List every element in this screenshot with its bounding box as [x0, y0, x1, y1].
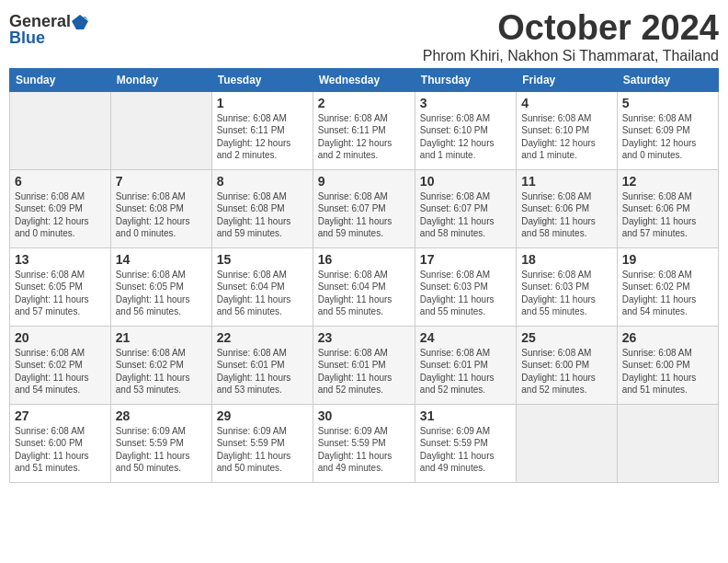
- day-info: Sunrise: 6:08 AM Sunset: 6:09 PM Dayligh…: [622, 112, 713, 162]
- calendar-cell: 14Sunrise: 6:08 AM Sunset: 6:05 PM Dayli…: [110, 247, 211, 326]
- calendar-cell: 29Sunrise: 6:09 AM Sunset: 5:59 PM Dayli…: [211, 404, 313, 482]
- calendar-cell: 26Sunrise: 6:08 AM Sunset: 6:00 PM Dayli…: [617, 326, 718, 404]
- day-info: Sunrise: 6:08 AM Sunset: 6:04 PM Dayligh…: [217, 269, 308, 318]
- calendar-header-row: SundayMondayTuesdayWednesdayThursdayFrid…: [10, 68, 719, 91]
- day-number: 29: [217, 408, 308, 423]
- day-number: 28: [116, 408, 207, 423]
- day-info: Sunrise: 6:08 AM Sunset: 6:00 PM Dayligh…: [622, 347, 713, 396]
- calendar-table: SundayMondayTuesdayWednesdayThursdayFrid…: [9, 68, 719, 483]
- calendar-week-row: 1Sunrise: 6:08 AM Sunset: 6:11 PM Daylig…: [10, 91, 719, 169]
- day-info: Sunrise: 6:08 AM Sunset: 6:02 PM Dayligh…: [622, 269, 713, 318]
- day-info: Sunrise: 6:08 AM Sunset: 6:05 PM Dayligh…: [15, 269, 106, 318]
- day-number: 16: [318, 252, 410, 267]
- column-header-friday: Friday: [517, 68, 617, 91]
- day-info: Sunrise: 6:08 AM Sunset: 6:03 PM Dayligh…: [420, 269, 511, 318]
- day-info: Sunrise: 6:08 AM Sunset: 6:02 PM Dayligh…: [116, 347, 207, 396]
- calendar-week-row: 27Sunrise: 6:08 AM Sunset: 6:00 PM Dayli…: [10, 404, 719, 482]
- main-title: October 2024: [423, 9, 719, 48]
- day-number: 19: [622, 252, 713, 267]
- day-info: Sunrise: 6:08 AM Sunset: 6:08 PM Dayligh…: [217, 190, 308, 240]
- day-number: 26: [622, 330, 713, 345]
- day-info: Sunrise: 6:08 AM Sunset: 6:05 PM Dayligh…: [116, 269, 207, 318]
- day-info: Sunrise: 6:09 AM Sunset: 5:59 PM Dayligh…: [217, 425, 308, 475]
- calendar-week-row: 13Sunrise: 6:08 AM Sunset: 6:05 PM Dayli…: [10, 247, 719, 326]
- calendar-cell: 20Sunrise: 6:08 AM Sunset: 6:02 PM Dayli…: [10, 326, 111, 404]
- calendar-cell: 9Sunrise: 6:08 AM Sunset: 6:07 PM Daylig…: [313, 169, 415, 247]
- day-number: 2: [318, 96, 410, 110]
- page-header: General Blue October 2024 Phrom Khiri, N…: [9, 9, 719, 64]
- day-info: Sunrise: 6:08 AM Sunset: 6:03 PM Dayligh…: [521, 269, 611, 318]
- calendar-cell: 13Sunrise: 6:08 AM Sunset: 6:05 PM Dayli…: [10, 247, 111, 326]
- calendar-cell: 16Sunrise: 6:08 AM Sunset: 6:04 PM Dayli…: [313, 247, 415, 326]
- day-number: 24: [420, 330, 511, 345]
- day-number: 23: [318, 330, 410, 345]
- day-number: 15: [217, 252, 308, 267]
- calendar-cell: 30Sunrise: 6:09 AM Sunset: 5:59 PM Dayli…: [313, 404, 415, 482]
- day-info: Sunrise: 6:08 AM Sunset: 6:06 PM Dayligh…: [622, 190, 713, 240]
- calendar-cell: 18Sunrise: 6:08 AM Sunset: 6:03 PM Dayli…: [517, 247, 617, 326]
- calendar-cell: 31Sunrise: 6:09 AM Sunset: 5:59 PM Dayli…: [415, 404, 516, 482]
- day-number: 22: [217, 330, 308, 345]
- day-number: 1: [217, 96, 308, 110]
- day-number: 21: [116, 330, 207, 345]
- logo-blue-text: Blue: [9, 29, 45, 46]
- calendar-cell: 19Sunrise: 6:08 AM Sunset: 6:02 PM Dayli…: [617, 247, 718, 326]
- day-info: Sunrise: 6:09 AM Sunset: 5:59 PM Dayligh…: [318, 425, 410, 475]
- subtitle: Phrom Khiri, Nakhon Si Thammarat, Thaila…: [423, 48, 719, 64]
- day-number: 5: [622, 96, 713, 110]
- day-number: 8: [217, 174, 308, 189]
- day-number: 11: [521, 174, 611, 189]
- calendar-cell: 25Sunrise: 6:08 AM Sunset: 6:00 PM Dayli…: [517, 326, 617, 404]
- calendar-cell: 1Sunrise: 6:08 AM Sunset: 6:11 PM Daylig…: [211, 91, 313, 169]
- day-info: Sunrise: 6:08 AM Sunset: 6:09 PM Dayligh…: [15, 190, 106, 240]
- calendar-cell: 27Sunrise: 6:08 AM Sunset: 6:00 PM Dayli…: [10, 404, 111, 482]
- day-number: 12: [622, 174, 713, 189]
- day-info: Sunrise: 6:08 AM Sunset: 6:01 PM Dayligh…: [318, 347, 410, 396]
- day-number: 9: [318, 174, 410, 189]
- calendar-cell: 8Sunrise: 6:08 AM Sunset: 6:08 PM Daylig…: [211, 169, 313, 247]
- calendar-cell: 23Sunrise: 6:08 AM Sunset: 6:01 PM Dayli…: [313, 326, 415, 404]
- logo-general-text: General: [9, 13, 71, 29]
- day-number: 3: [420, 96, 511, 110]
- day-info: Sunrise: 6:08 AM Sunset: 6:01 PM Dayligh…: [420, 347, 511, 396]
- day-info: Sunrise: 6:09 AM Sunset: 5:59 PM Dayligh…: [116, 425, 207, 475]
- calendar-cell: 24Sunrise: 6:08 AM Sunset: 6:01 PM Dayli…: [415, 326, 516, 404]
- column-header-monday: Monday: [110, 68, 211, 91]
- calendar-cell: [617, 404, 718, 482]
- day-number: 18: [521, 252, 611, 267]
- day-info: Sunrise: 6:08 AM Sunset: 6:08 PM Dayligh…: [116, 190, 207, 240]
- day-number: 27: [15, 408, 106, 423]
- day-info: Sunrise: 6:08 AM Sunset: 6:11 PM Dayligh…: [318, 112, 410, 162]
- calendar-week-row: 6Sunrise: 6:08 AM Sunset: 6:09 PM Daylig…: [10, 169, 719, 247]
- calendar-cell: 15Sunrise: 6:08 AM Sunset: 6:04 PM Dayli…: [211, 247, 313, 326]
- calendar-cell: 3Sunrise: 6:08 AM Sunset: 6:10 PM Daylig…: [415, 91, 516, 169]
- calendar-cell: 6Sunrise: 6:08 AM Sunset: 6:09 PM Daylig…: [10, 169, 111, 247]
- calendar-cell: 4Sunrise: 6:08 AM Sunset: 6:10 PM Daylig…: [517, 91, 617, 169]
- day-info: Sunrise: 6:08 AM Sunset: 6:00 PM Dayligh…: [521, 347, 611, 396]
- day-info: Sunrise: 6:08 AM Sunset: 6:10 PM Dayligh…: [521, 112, 611, 162]
- calendar-cell: 5Sunrise: 6:08 AM Sunset: 6:09 PM Daylig…: [617, 91, 718, 169]
- day-info: Sunrise: 6:09 AM Sunset: 5:59 PM Dayligh…: [420, 425, 511, 475]
- day-info: Sunrise: 6:08 AM Sunset: 6:06 PM Dayligh…: [521, 190, 611, 240]
- day-number: 25: [521, 330, 611, 345]
- calendar-cell: [110, 91, 211, 169]
- day-number: 30: [318, 408, 410, 423]
- calendar-cell: 11Sunrise: 6:08 AM Sunset: 6:06 PM Dayli…: [517, 169, 617, 247]
- svg-marker-0: [72, 15, 88, 29]
- calendar-week-row: 20Sunrise: 6:08 AM Sunset: 6:02 PM Dayli…: [10, 326, 719, 404]
- calendar-cell: 2Sunrise: 6:08 AM Sunset: 6:11 PM Daylig…: [313, 91, 415, 169]
- calendar-body: 1Sunrise: 6:08 AM Sunset: 6:11 PM Daylig…: [10, 91, 719, 482]
- day-number: 4: [521, 96, 611, 110]
- day-number: 10: [420, 174, 511, 189]
- calendar-cell: 10Sunrise: 6:08 AM Sunset: 6:07 PM Dayli…: [415, 169, 516, 247]
- day-info: Sunrise: 6:08 AM Sunset: 6:04 PM Dayligh…: [318, 269, 410, 318]
- column-header-tuesday: Tuesday: [211, 68, 313, 91]
- calendar-cell: 17Sunrise: 6:08 AM Sunset: 6:03 PM Dayli…: [415, 247, 516, 326]
- day-info: Sunrise: 6:08 AM Sunset: 6:11 PM Dayligh…: [217, 112, 308, 162]
- day-info: Sunrise: 6:08 AM Sunset: 6:01 PM Dayligh…: [217, 347, 308, 396]
- column-header-wednesday: Wednesday: [313, 68, 415, 91]
- calendar-cell: 7Sunrise: 6:08 AM Sunset: 6:08 PM Daylig…: [110, 169, 211, 247]
- day-info: Sunrise: 6:08 AM Sunset: 6:07 PM Dayligh…: [318, 190, 410, 240]
- logo: General Blue: [9, 9, 88, 46]
- day-number: 6: [15, 174, 106, 189]
